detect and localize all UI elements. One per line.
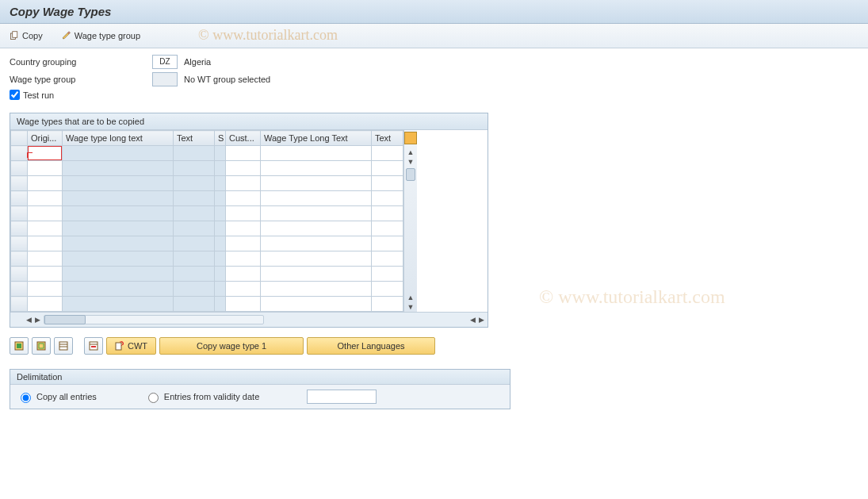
cell-text2[interactable] <box>372 236 403 251</box>
col-longtext1[interactable]: Wage type long text <box>63 131 174 146</box>
cell-cust[interactable] <box>226 161 261 176</box>
hscroll-right1-icon[interactable]: ▶ <box>35 315 40 324</box>
cell-cust[interactable] <box>226 191 261 206</box>
cell-cust[interactable] <box>226 236 261 251</box>
cell-longtext2[interactable] <box>261 161 372 176</box>
delete-row-button[interactable] <box>84 337 103 355</box>
cell-origi[interactable] <box>28 282 63 297</box>
cell-longtext2[interactable] <box>261 236 372 251</box>
scroll-up2-icon[interactable]: ▲ <box>407 293 415 302</box>
col-longtext2[interactable]: Wage Type Long Text <box>261 131 372 146</box>
cell-origi[interactable] <box>28 251 63 267</box>
col-origi[interactable]: Origi... <box>28 131 63 146</box>
grid-action3-button[interactable] <box>54 337 73 355</box>
vscroll-thumb[interactable] <box>406 168 415 181</box>
validity-date-input[interactable] <box>307 390 377 404</box>
cell-text2[interactable] <box>372 206 403 221</box>
row-select-handle[interactable] <box>11 191 28 206</box>
test-run-checkbox[interactable] <box>10 90 20 100</box>
hscroll-left2-icon[interactable]: ◀ <box>470 315 476 324</box>
cell-longtext2[interactable] <box>261 146 372 161</box>
cell-origi[interactable] <box>28 267 63 282</box>
col-text1[interactable]: Text <box>174 131 215 146</box>
row-select-handle[interactable] <box>11 297 28 312</box>
cell-text2[interactable] <box>372 267 403 282</box>
hscroll-left1-icon[interactable]: ◀ <box>26 315 32 324</box>
cwt-button[interactable]: CWT <box>106 337 156 355</box>
cell-origi[interactable] <box>28 236 63 251</box>
cell-longtext2[interactable] <box>261 297 372 312</box>
row-select-handle[interactable] <box>11 236 28 251</box>
col-text2[interactable]: Text <box>372 131 403 146</box>
table-row[interactable] <box>11 191 403 206</box>
cell-origi[interactable] <box>28 221 63 236</box>
cell-text2[interactable] <box>372 282 403 297</box>
cell-cust[interactable] <box>226 297 261 312</box>
hscroll-track1[interactable] <box>44 315 264 324</box>
cell-origi[interactable] <box>28 191 63 206</box>
copy-wage-type-1-button[interactable]: Copy wage type 1 <box>159 337 304 355</box>
row-select-handle[interactable] <box>11 221 28 236</box>
cell-longtext2[interactable] <box>261 176 372 191</box>
select-all-button[interactable] <box>10 337 29 355</box>
cell-cust[interactable] <box>226 267 261 282</box>
country-grouping-input[interactable]: DZ <box>152 55 178 69</box>
cell-origi[interactable] <box>28 206 63 221</box>
cell-cust[interactable] <box>226 176 261 191</box>
cell-longtext2[interactable] <box>261 191 372 206</box>
cell-origi[interactable] <box>28 176 63 191</box>
table-row[interactable] <box>11 297 403 312</box>
row-select-handle[interactable] <box>11 161 28 176</box>
grid-config-icon[interactable] <box>404 132 417 144</box>
table-row[interactable] <box>11 161 403 176</box>
cell-origi[interactable] <box>28 161 63 176</box>
wage-type-group-toolbar-button[interactable]: Wage type group <box>59 29 143 42</box>
entries-from-date-radio[interactable]: Entries from validity date <box>144 390 259 403</box>
row-select-handle[interactable] <box>11 267 28 282</box>
table-row[interactable] <box>11 282 403 297</box>
scroll-up-icon[interactable]: ▲ <box>407 148 415 157</box>
hscroll-right2-icon[interactable]: ▶ <box>479 315 484 324</box>
cell-cust[interactable] <box>226 282 261 297</box>
wage-type-group-input[interactable] <box>152 72 178 86</box>
cell-text2[interactable] <box>372 161 403 176</box>
table-row[interactable] <box>11 206 403 221</box>
row-select-handle[interactable] <box>11 176 28 191</box>
cell-longtext2[interactable] <box>261 221 372 236</box>
col-cust[interactable]: Cust... <box>226 131 261 146</box>
wage-types-grid[interactable]: Origi... Wage type long text Text S Cust… <box>10 130 403 312</box>
cell-cust[interactable] <box>226 206 261 221</box>
cell-origi[interactable] <box>28 146 63 161</box>
cell-text2[interactable] <box>372 191 403 206</box>
cell-text2[interactable] <box>372 251 403 267</box>
table-row[interactable] <box>11 251 403 267</box>
row-select-handle[interactable] <box>11 251 28 267</box>
col-s[interactable]: S <box>215 131 226 146</box>
row-select-handle[interactable] <box>11 146 28 161</box>
cell-cust[interactable] <box>226 251 261 267</box>
table-row[interactable] <box>11 221 403 236</box>
copy-all-entries-radio[interactable]: Copy all entries <box>17 390 97 403</box>
deselect-all-button[interactable] <box>32 337 51 355</box>
cell-text2[interactable] <box>372 297 403 312</box>
table-row[interactable] <box>11 176 403 191</box>
table-row[interactable] <box>11 236 403 251</box>
cell-longtext2[interactable] <box>261 267 372 282</box>
grid-vscroll[interactable]: ▲ ▼ ▲ ▼ <box>403 130 417 312</box>
row-select-handle[interactable] <box>11 206 28 221</box>
table-row[interactable] <box>11 146 403 161</box>
cell-longtext2[interactable] <box>261 282 372 297</box>
other-languages-button[interactable]: Other Languages <box>307 337 435 355</box>
cell-cust[interactable] <box>226 146 261 161</box>
cell-longtext2[interactable] <box>261 251 372 267</box>
entries-from-date-radio-input[interactable] <box>148 393 159 403</box>
cell-text2[interactable] <box>372 221 403 236</box>
row-select-handle[interactable] <box>11 282 28 297</box>
scroll-down2-icon[interactable]: ▼ <box>407 302 415 312</box>
copy-all-entries-radio-input[interactable] <box>21 393 31 403</box>
cell-text2[interactable] <box>372 146 403 161</box>
grid-select-all[interactable] <box>11 131 28 146</box>
table-row[interactable] <box>11 267 403 282</box>
cell-text2[interactable] <box>372 176 403 191</box>
cell-cust[interactable] <box>226 221 261 236</box>
